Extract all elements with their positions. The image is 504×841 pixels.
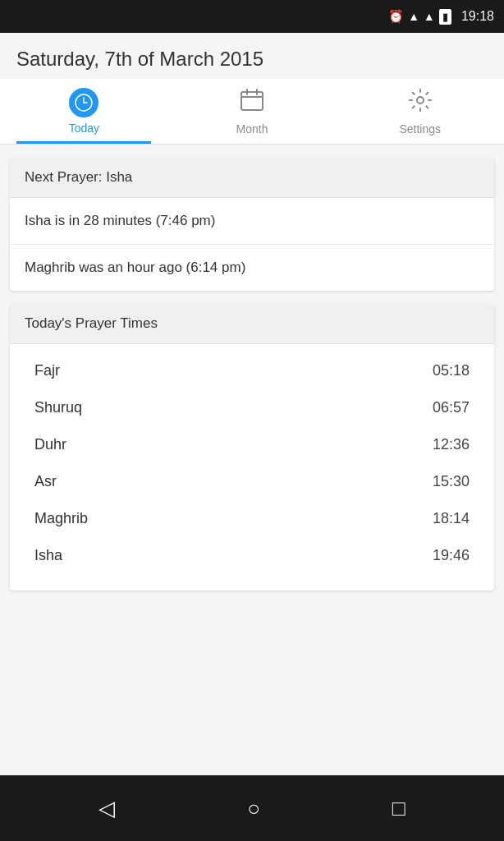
prayer-row: Maghrib 18:14 [34, 500, 470, 537]
battery-icon: ▮ [439, 9, 451, 25]
month-icon [240, 88, 264, 118]
status-icons: ⏰ ▲ ▲ ▮ [388, 9, 451, 25]
tab-settings-label: Settings [399, 122, 441, 136]
prayer-name: Isha [34, 547, 62, 564]
prayer-name: Shuruq [34, 399, 82, 416]
prayer-row: Fajr 05:18 [34, 352, 470, 389]
signal-icon: ▲ [424, 10, 435, 23]
home-icon: ○ [247, 796, 260, 821]
tab-today[interactable]: Today [0, 79, 168, 144]
tab-today-label: Today [69, 122, 99, 135]
next-prayer-row2: Maghrib was an hour ago (6:14 pm) [10, 245, 494, 291]
prayer-row: Duhr 12:36 [34, 426, 470, 463]
svg-rect-3 [241, 92, 263, 110]
prayer-row: Isha 19:46 [34, 537, 470, 574]
prayer-name: Asr [34, 473, 57, 490]
prayer-time: 05:18 [433, 362, 470, 379]
prayer-time: 19:46 [433, 547, 470, 564]
bottom-nav: ◁ ○ □ [0, 775, 504, 841]
main-content: Next Prayer: Isha Isha is in 28 minutes … [0, 145, 504, 775]
settings-icon [408, 88, 433, 118]
prayer-times-card: Today's Prayer Times Fajr 05:18 Shuruq 0… [10, 304, 494, 591]
next-prayer-card: Next Prayer: Isha Isha is in 28 minutes … [10, 158, 494, 291]
alarm-icon: ⏰ [388, 9, 404, 24]
today-icon [69, 88, 99, 117]
prayer-time: 06:57 [433, 399, 470, 416]
tab-month[interactable]: Month [168, 79, 337, 144]
prayer-time: 12:36 [433, 436, 470, 453]
back-icon: ◁ [99, 796, 115, 821]
status-time: 19:18 [461, 9, 494, 24]
recent-button[interactable]: □ [392, 796, 405, 821]
prayer-times-title: Today's Prayer Times [10, 304, 494, 344]
prayer-time: 18:14 [433, 510, 470, 527]
status-bar: ⏰ ▲ ▲ ▮ 19:18 [0, 0, 504, 33]
prayer-row: Shuruq 06:57 [34, 389, 470, 426]
home-button[interactable]: ○ [247, 796, 260, 821]
prayer-name: Fajr [34, 362, 60, 379]
prayer-name: Duhr [34, 436, 66, 453]
recent-icon: □ [392, 796, 405, 821]
tab-settings[interactable]: Settings [336, 79, 504, 144]
tab-bar: Today Month Settings [0, 79, 504, 145]
next-prayer-row1: Isha is in 28 minutes (7:46 pm) [10, 198, 494, 245]
prayer-times-body: Fajr 05:18 Shuruq 06:57 Duhr 12:36 Asr 1… [10, 344, 494, 591]
prayer-row: Asr 15:30 [34, 463, 470, 500]
current-date: Saturday, 7th of March 2015 [16, 48, 263, 70]
prayer-time: 15:30 [433, 473, 470, 490]
wifi-icon: ▲ [408, 10, 419, 23]
prayer-name: Maghrib [34, 510, 88, 527]
next-prayer-title: Next Prayer: Isha [10, 158, 494, 198]
tab-month-label: Month [236, 122, 268, 136]
svg-point-7 [417, 97, 424, 103]
app-header: Saturday, 7th of March 2015 [0, 33, 504, 79]
back-button[interactable]: ◁ [99, 796, 115, 821]
